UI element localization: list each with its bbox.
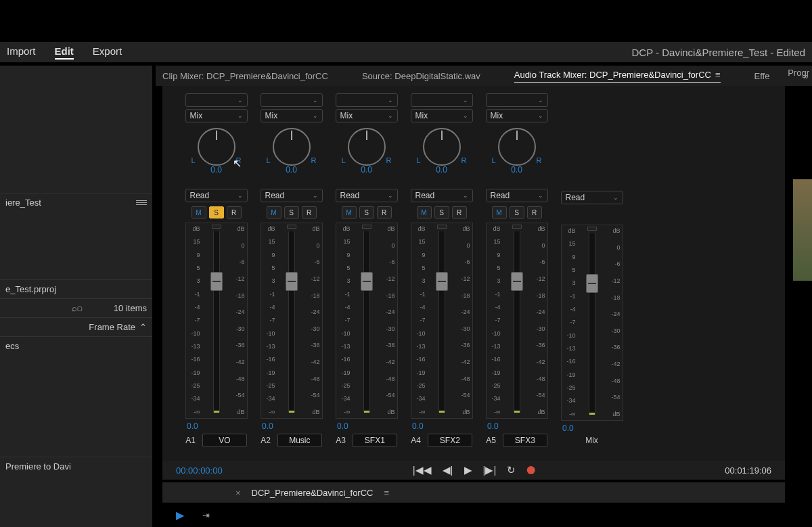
bin-row[interactable]: Premiere to Davi [0,457,152,476]
pan-value[interactable]: 0.0 [210,165,222,175]
solo-button[interactable]: S [434,206,449,219]
pan-knob[interactable] [423,128,461,166]
solo-button[interactable]: S [209,206,224,219]
pan-knob[interactable] [198,128,235,166]
track-name-input[interactable]: VO [202,434,247,447]
pan-knob[interactable] [348,128,386,166]
track-name-input[interactable]: SFX2 [428,434,472,447]
channel-strip: ⌄Mix⌄LR0.0Read⌄MSRdB15953-1-4-7-10-13-16… [256,91,326,447]
tab-audio-track-mixer[interactable]: Audio Track Mixer: DCP_Premiere&Davinci_… [514,70,721,83]
bin-row[interactable]: ecs [0,336,152,355]
mix-label: Mix [585,436,598,445]
panel-menu-icon[interactable]: ≡ [715,70,721,80]
pan-value[interactable]: 0.0 [511,165,522,175]
pan-value[interactable]: 0.0 [361,165,372,175]
automation-mode-dropdown[interactable]: Read⌄ [185,189,248,202]
volume-value[interactable]: 0.0 [562,423,574,433]
effects-slot-dropdown[interactable]: ⌄ [486,93,548,107]
fader-handle[interactable] [210,272,223,291]
record-arm-button[interactable]: R [527,206,542,219]
timecode-in[interactable]: 00:00:00:00 [176,465,223,476]
solo-button[interactable]: S [359,206,374,219]
selection-tool-icon[interactable]: ▶ [173,508,187,522]
track-id: A3 [336,436,346,445]
volume-value[interactable]: 0.0 [487,421,499,431]
send-dropdown[interactable]: Mix⌄ [185,109,248,122]
clip-indicator[interactable] [362,225,371,229]
play-icon[interactable]: ▶ [464,464,472,476]
panel-tab-bar: Clip Mixer: DCP_Premiere&Davinci_forCC S… [156,66,812,86]
pan-value[interactable]: 0.0 [436,165,447,175]
fader-handle[interactable] [436,272,448,291]
fader-handle[interactable] [586,274,598,293]
automation-mode-dropdown[interactable]: Read⌄ [561,191,623,204]
automation-mode-dropdown[interactable]: Read⌄ [336,189,398,202]
sequence-name[interactable]: DCP_Premiere&Davinci_forCC [252,488,374,498]
pan-knob[interactable] [273,128,311,166]
clip-indicator[interactable] [287,225,296,229]
mute-button[interactable]: M [417,206,432,219]
mute-button[interactable]: M [492,206,507,219]
fader-scale: dB0-6-12-18-24-30-36-42-48-54dB [308,226,320,415]
step-back-icon[interactable]: ◀| [443,464,453,476]
tab-effects[interactable]: Effe [754,71,770,81]
ripple-tool-icon[interactable]: ⇥ [199,508,212,522]
mute-button[interactable]: M [267,206,281,219]
effects-slot-dropdown[interactable]: ⌄ [411,93,473,107]
track-name-input[interactable]: SFX3 [503,434,547,447]
app-menu-bar: Import Edit Export DCP - Davinci&Premier… [0,42,812,62]
fader-area: dB15953-1-4-7-10-13-16-19-25-34-∞dB0-6-1… [261,223,323,419]
solo-button[interactable]: S [284,206,299,219]
tab-program[interactable]: Progr [788,68,809,78]
fader-handle[interactable] [511,272,523,291]
track-name-input[interactable]: Music [277,434,322,447]
send-dropdown[interactable]: Mix⌄ [261,109,323,122]
mute-button[interactable]: M [191,206,206,219]
column-header-framerate[interactable]: Frame Rate⌃ [0,317,152,336]
send-dropdown[interactable]: Mix⌄ [486,109,548,122]
automation-mode-dropdown[interactable]: Read⌄ [261,189,323,202]
volume-value[interactable]: 0.0 [187,421,198,431]
record-icon[interactable] [526,466,535,474]
sort-icon[interactable]: ⌃ [139,322,147,332]
mute-button[interactable]: M [342,206,357,219]
automation-mode-dropdown[interactable]: Read⌄ [411,189,473,202]
pan-value[interactable]: 0.0 [286,165,297,175]
sequence-menu-icon[interactable]: ≡ [384,488,389,498]
tab-source[interactable]: Source: DeepDigitalStatic.wav [362,71,480,81]
menu-edit[interactable]: Edit [55,45,74,60]
loop-icon[interactable]: ↻ [507,464,516,476]
send-dropdown[interactable]: Mix⌄ [336,109,398,122]
record-arm-button[interactable]: R [452,206,467,219]
effects-slot-dropdown[interactable]: ⌄ [336,93,398,107]
fader-scale: dB15953-1-4-7-10-13-16-19-25-34-∞ [413,226,426,415]
clip-indicator[interactable] [212,225,221,229]
menu-export[interactable]: Export [93,45,122,60]
record-arm-button[interactable]: R [302,206,317,219]
close-sequence-icon[interactable]: × [235,488,241,498]
fader-handle[interactable] [361,272,373,291]
record-arm-button[interactable]: R [227,206,242,219]
pan-knob[interactable] [498,128,536,166]
volume-value[interactable]: 0.0 [262,421,273,431]
fader-handle[interactable] [286,272,298,291]
clip-indicator[interactable] [437,225,447,229]
tab-clip-mixer[interactable]: Clip Mixer: DCP_Premiere&Davinci_forCC [162,71,328,81]
effects-slot-dropdown[interactable]: ⌄ [261,93,323,107]
volume-value[interactable]: 0.0 [337,421,348,431]
menu-import[interactable]: Import [7,45,36,60]
send-dropdown[interactable]: Mix⌄ [411,109,473,122]
volume-value[interactable]: 0.0 [412,421,424,431]
track-name-input[interactable]: SFX1 [353,434,397,447]
chevron-down-icon: ⌄ [238,112,243,119]
step-forward-icon[interactable]: |▶| [483,464,497,476]
automation-mode-dropdown[interactable]: Read⌄ [486,189,548,202]
clip-indicator[interactable] [587,227,597,231]
record-arm-button[interactable]: R [377,206,392,219]
solo-button[interactable]: S [510,206,524,219]
search-folder-icon[interactable]: ⌕▢ [72,303,83,313]
go-to-in-icon[interactable]: |◀◀ [413,464,432,476]
effects-slot-dropdown[interactable]: ⌄ [185,93,248,107]
clip-indicator[interactable] [512,225,522,229]
panel-menu-icon[interactable] [136,200,147,205]
